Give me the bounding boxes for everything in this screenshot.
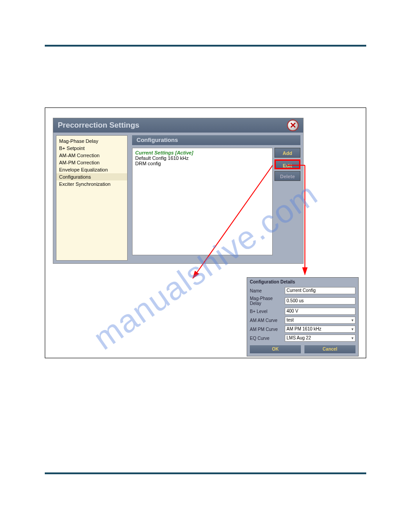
sidebar-item-mag-phase-delay[interactable]: Mag-Phase Delay bbox=[56, 137, 127, 145]
panel-header: Configurations bbox=[132, 135, 300, 145]
detail-label: Mag-Phase Delay bbox=[250, 296, 285, 306]
precorrection-window: Precorrection Settings ✕ Mag-Phase Delay… bbox=[53, 118, 304, 264]
detail-label: AM PM Curve bbox=[250, 327, 285, 332]
edit-button[interactable]: Edit bbox=[274, 159, 300, 169]
detail-label: Name bbox=[250, 288, 285, 293]
details-button-row: OK Cancel bbox=[247, 343, 358, 356]
detail-row-ampm: AM PM Curve AM PM 1610 kHz bbox=[247, 325, 358, 334]
sidebar-item-b-setpoint[interactable]: B+ Setpoint bbox=[56, 145, 127, 152]
sidebar: Mag-Phase Delay B+ Setpoint AM-AM Correc… bbox=[56, 135, 128, 261]
divider-bottom bbox=[45, 472, 366, 474]
figure-container: Precorrection Settings ✕ Mag-Phase Delay… bbox=[45, 107, 366, 358]
window-title-bar: Precorrection Settings ✕ bbox=[53, 118, 303, 133]
name-field[interactable]: Current Config bbox=[285, 287, 355, 294]
sidebar-item-configurations[interactable]: Configurations bbox=[56, 173, 127, 180]
detail-label: B+ Level bbox=[250, 309, 285, 314]
delete-button[interactable]: Delete bbox=[274, 171, 300, 181]
detail-row-amam: AM AM Curve test bbox=[247, 316, 358, 325]
detail-row-b-level: B+ Level 400 V bbox=[247, 307, 358, 316]
window-title: Precorrection Settings bbox=[58, 121, 139, 130]
mag-phase-delay-field[interactable]: 0.500 us bbox=[285, 297, 355, 305]
ok-button[interactable]: OK bbox=[250, 345, 301, 353]
divider-top bbox=[45, 45, 366, 47]
action-button-column: Add Edit Delete bbox=[274, 148, 300, 183]
close-icon: ✕ bbox=[290, 121, 296, 129]
sidebar-item-envelope-equalization[interactable]: Envelope Equalization bbox=[56, 166, 127, 173]
sidebar-item-am-am-correction[interactable]: AM-AM Correction bbox=[56, 152, 127, 159]
close-button[interactable]: ✕ bbox=[287, 120, 299, 131]
cancel-button[interactable]: Cancel bbox=[304, 345, 355, 353]
add-button[interactable]: Add bbox=[274, 148, 300, 158]
detail-row-eq: EQ Curve LMS Aug 22 bbox=[247, 334, 358, 343]
eq-curve-select[interactable]: LMS Aug 22 bbox=[285, 335, 355, 342]
detail-label: EQ Curve bbox=[250, 336, 285, 341]
sidebar-item-exciter-synchronization[interactable]: Exciter Synchronization bbox=[56, 180, 127, 188]
detail-row-name: Name Current Config bbox=[247, 286, 358, 295]
details-title: Configuration Details bbox=[247, 278, 358, 286]
configuration-details-popup: Configuration Details Name Current Confi… bbox=[247, 277, 359, 356]
am-pm-curve-select[interactable]: AM PM 1610 kHz bbox=[285, 326, 355, 333]
sidebar-item-am-pm-correction[interactable]: AM-PM Correction bbox=[56, 159, 127, 166]
list-item-active[interactable]: Current Settings [Active] bbox=[135, 150, 270, 155]
am-am-curve-select[interactable]: test bbox=[285, 317, 355, 324]
config-list[interactable]: Current Settings [Active] Default Config… bbox=[132, 148, 273, 255]
detail-label: AM AM Curve bbox=[250, 318, 285, 323]
b-level-field[interactable]: 400 V bbox=[285, 308, 355, 315]
detail-row-mag-phase: Mag-Phase Delay 0.500 us bbox=[247, 295, 358, 307]
list-item[interactable]: DRM config bbox=[135, 161, 270, 166]
list-item[interactable]: Default Config 1610 kHz bbox=[135, 155, 270, 161]
